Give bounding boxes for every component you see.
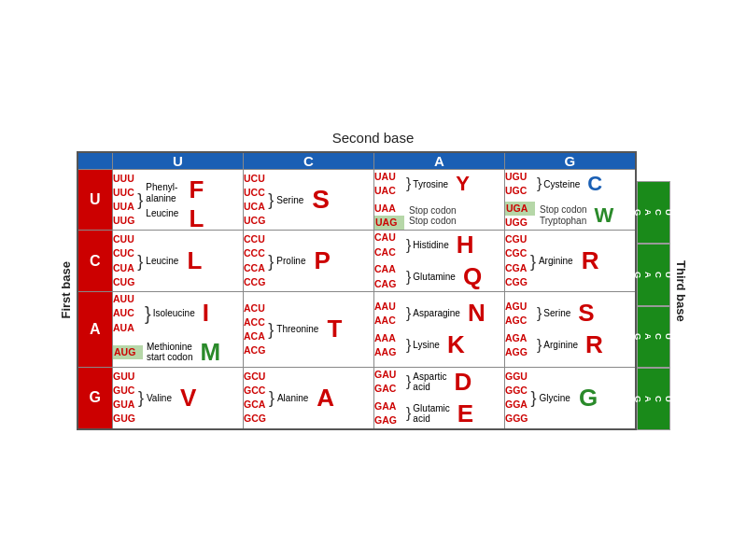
third-base-u: UCAG: [637, 181, 670, 244]
third-base-column: UCAG UCAG UCAG UCAG: [637, 151, 670, 430]
first-base-label: First base: [55, 151, 77, 430]
cell-cc: CCU CCC CCA CCG } Proline P: [244, 231, 374, 292]
third-base-a: UCAG: [637, 306, 670, 369]
table-row: G GUU GUC GUA GUG: [77, 367, 636, 429]
table-and-third: U C A G U: [77, 151, 692, 430]
cell-au: AUU AUC AUA } Isoleucine I: [113, 292, 244, 368]
header-corner: [77, 152, 113, 170]
chart-container: { "title": "Second base", "col_headers":…: [55, 130, 692, 430]
codon-table: U C A G U: [77, 151, 637, 430]
cell-ug: UGU UGC } Cysteine C: [505, 170, 636, 231]
col-header-g: G: [505, 152, 636, 170]
cell-ga: GAU GAC } Aspartic acid: [374, 367, 505, 429]
cell-gu: GUU GUC GUA GUG } Valine V: [113, 367, 244, 429]
col-header-u: U: [113, 152, 244, 170]
row-header-c: C: [77, 231, 113, 292]
table-row: C CUU CUC CUA CUG: [77, 231, 636, 292]
col-header-c: C: [244, 152, 374, 170]
cell-uu: UUU UUC UUA UUG } Phenyl-: [113, 170, 244, 231]
col-header-a: A: [374, 152, 505, 170]
cell-cu: CUU CUC CUA CUG } Leucine L: [113, 231, 244, 292]
cell-gg: GGU GGC GGA GGG } Glycine G: [505, 367, 636, 429]
row-header-g: G: [77, 367, 113, 429]
cell-ac: ACU ACC ACA ACG } Threonine T: [244, 292, 374, 368]
cell-uc: UCU UCC UCA UCG } Serine S: [244, 170, 374, 231]
row-header-u: U: [77, 170, 113, 231]
cell-aa: AAU AAC } Asparagine N: [374, 292, 505, 368]
row-header-a: A: [77, 292, 113, 368]
third-base-g: UCAG: [637, 368, 670, 430]
cell-ua: UAU UAC } Tyrosine Y: [374, 170, 505, 231]
cell-cg: CGU CGC CGA CGG } Arginine R: [505, 231, 636, 292]
table-row: U UUU UUC UUA UUG: [77, 170, 636, 231]
outer-wrapper: First base U C A G: [55, 151, 692, 430]
page-wrapper: { "title": "Second base", "col_headers":…: [0, 0, 746, 560]
third-base-c: UCAG: [637, 244, 670, 306]
cell-ca: CAU CAC } Histidine H: [374, 231, 505, 292]
third-base-label: Third base: [670, 151, 692, 430]
cell-gc: GCU GCC GCA GCG } Alanine A: [244, 367, 374, 429]
table-row: A AUU AUC AUA: [77, 292, 636, 368]
cell-ag: AGU AGC } Serine S: [505, 292, 636, 368]
second-base-label: Second base: [332, 130, 415, 146]
